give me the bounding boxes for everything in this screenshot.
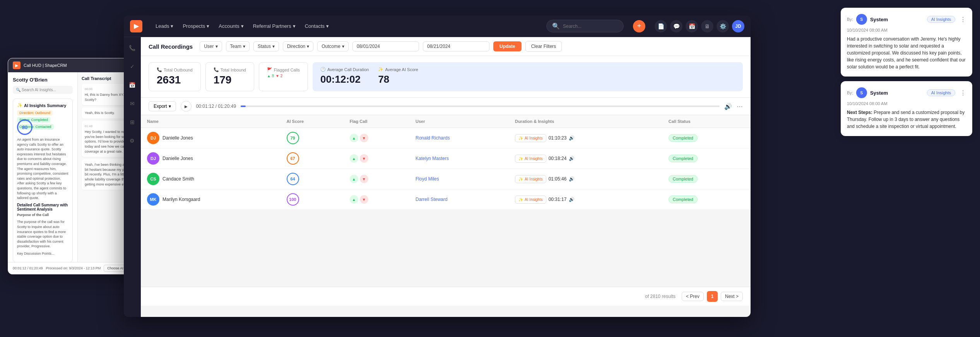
contact-name-0: Danielle Jones [162, 135, 193, 141]
small-crm-purpose-text: The purpose of the call was for Scotty t… [17, 220, 68, 249]
clear-filters-button[interactable]: Clear Filters [525, 41, 562, 52]
audio-progress-bar[interactable] [241, 106, 720, 107]
sound-icon-2[interactable]: 🔊 [569, 176, 575, 182]
call-status-3: Completed [669, 196, 698, 203]
sound-icon-0[interactable]: 🔊 [569, 135, 575, 141]
volume-icon[interactable]: 🔊 [724, 103, 732, 110]
flag-up-btn-2[interactable]: ▲ [350, 175, 358, 183]
nav-prospects[interactable]: Prospects ▾ [179, 21, 213, 31]
direction-filter[interactable]: Direction ▾ [283, 41, 313, 51]
small-crm-search: 🔍 Search AI Insights... [13, 86, 73, 94]
sound-icon-3[interactable]: 🔊 [569, 197, 575, 202]
col-status: Call Status [662, 115, 751, 128]
flag-up-btn-0[interactable]: ▲ [350, 134, 358, 142]
flag-down-btn-2[interactable]: ▼ [360, 175, 368, 183]
date-start-input[interactable] [352, 41, 419, 51]
date-end-input[interactable] [423, 41, 489, 51]
insights-panel: By: S System AI Insights ⋮ 10/10/2024 08… [841, 8, 972, 136]
team-filter[interactable]: Team ▾ [226, 41, 250, 51]
insight-card-1: By: S System AI Insights ⋮ 10/10/2024 08… [841, 8, 972, 77]
prev-page-button[interactable]: < Prev [682, 292, 704, 301]
sidebar-mail-icon[interactable]: ✉ [126, 97, 139, 110]
call-status-0: Completed [669, 134, 698, 142]
system-avatar-1: S [856, 14, 867, 25]
sidebar-check-icon[interactable]: ✓ [126, 60, 139, 73]
update-button[interactable]: Update [493, 41, 522, 51]
call-status-1: Completed [669, 155, 698, 162]
more-options-1[interactable]: ⋮ [960, 16, 966, 23]
flag-up-btn-3[interactable]: ▲ [350, 195, 358, 204]
user-filter[interactable]: User ▾ [200, 41, 222, 51]
flagged-calls-card: 🚩 Flagged Calls ▲ 8 ▼ 2 [259, 62, 308, 91]
current-page[interactable]: 1 [707, 291, 718, 302]
chat-icon[interactable]: 💬 [670, 20, 682, 32]
user-cell-3: Darrell Steward [416, 197, 503, 202]
calendar-icon[interactable]: 📅 [686, 20, 698, 32]
nav-referral-partners[interactable]: Referral Partners ▾ [249, 21, 299, 31]
ai-score-icon: ✨ [378, 67, 383, 72]
play-button[interactable]: ▶ [181, 101, 192, 112]
flag-down-btn-1[interactable]: ▼ [360, 154, 368, 163]
next-page-button[interactable]: Next > [721, 292, 743, 301]
by-label-2: By: [847, 90, 853, 95]
user-link-3[interactable]: Darrell Steward [416, 197, 448, 202]
insights-btn-3[interactable]: ✨ AI Insights [515, 196, 546, 204]
status-filter[interactable]: Status ▾ [253, 41, 279, 51]
small-crm-contact-name: Scotty O'Brien [13, 77, 73, 83]
flag-up-btn-1[interactable]: ▲ [350, 154, 358, 163]
total-outbound-value: 2631 [157, 74, 193, 86]
nav-contacts[interactable]: Contacts ▾ [301, 21, 333, 31]
contact-avatar-2: CS [147, 173, 159, 185]
insights-btn-2[interactable]: ✨ AI Insights [515, 175, 546, 183]
table-row: MK Marilyn Korsgaard 100 ▲ ▼ Darrell Ste… [141, 189, 751, 210]
sidebar: 📞 ✓ 📅 ✉ ⊞ ⚙ [124, 37, 141, 317]
global-search[interactable]: 🔍 [546, 20, 624, 32]
by-label-1: By: [847, 17, 853, 22]
ai-badge-1[interactable]: AI Insights [927, 16, 955, 23]
user-link-1[interactable]: Katelyn Masters [416, 156, 449, 161]
main-content-area: Call Recordings User ▾ Team ▾ Status ▾ D… [141, 37, 751, 317]
sidebar-grid-icon[interactable]: ⊞ [126, 116, 139, 128]
export-button[interactable]: Export ▾ [149, 101, 176, 111]
more-options-2[interactable]: ⋮ [960, 89, 966, 97]
contact-cell-2: CS Candace Smith [147, 173, 274, 185]
nav-accounts[interactable]: Accounts ▾ [215, 21, 247, 31]
small-crm-section-title: Detailed Call Summary with Sentiment Ana… [17, 203, 68, 211]
contact-avatar-1: DJ [147, 152, 159, 165]
flag-down-count: ▼ 2 [275, 74, 282, 78]
insights-btn-0[interactable]: ✨ AI Insights [515, 134, 546, 142]
small-crm-ai-title: ✨ AI Insights Summary [17, 103, 68, 108]
top-navigation: ▶ Leads ▾ Prospects ▾ Accounts ▾ Referra… [124, 15, 751, 37]
contact-name-1: Danielle Jones [162, 156, 193, 161]
sidebar-calendar-icon[interactable]: 📅 [126, 79, 139, 91]
audio-player-bar: Export ▾ ▶ 00:01:12 / 01:20:49 🔊 ⋯ [141, 98, 751, 115]
pagination-bar: of 2810 results < Prev 1 Next > [141, 287, 751, 306]
more-options-icon[interactable]: ⋯ [737, 103, 743, 110]
settings-icon[interactable]: ⚙️ [717, 20, 729, 32]
user-avatar[interactable]: JD [732, 20, 744, 32]
nav-leads[interactable]: Leads ▾ [152, 21, 177, 31]
user-link-2[interactable]: Floyd Miles [416, 176, 439, 182]
duration-text-3: 00:31:17 [549, 197, 567, 202]
small-crm-body-text: An agent from an insurance agency calls … [17, 137, 68, 201]
footer-processed: Processed on: 9/3/2024 - 12:13 PM [46, 266, 101, 270]
flag-down-btn-3[interactable]: ▼ [360, 195, 368, 204]
sidebar-calls-icon[interactable]: 📞 [126, 42, 139, 54]
col-score: AI Score [280, 115, 344, 128]
outcome-filter[interactable]: Outcome ▾ [317, 41, 349, 51]
document-icon[interactable]: 📄 [655, 20, 667, 32]
sound-icon-1[interactable]: 🔊 [569, 156, 575, 161]
call-status-2: Completed [669, 175, 698, 183]
ai-score-0: 79 [287, 132, 299, 144]
search-input[interactable] [563, 24, 618, 29]
add-button[interactable]: + [633, 20, 645, 32]
monitor-icon[interactable]: 🖥 [701, 20, 713, 32]
col-duration: Duration & Insights [509, 115, 662, 128]
ai-badge-2[interactable]: AI Insights [927, 89, 955, 96]
flag-down-btn-0[interactable]: ▼ [360, 134, 368, 142]
sidebar-settings-icon[interactable]: ⚙ [126, 134, 139, 147]
small-crm-more-text: Key Discussion Points... [17, 251, 68, 256]
insights-btn-1[interactable]: ✨ AI Insights [515, 155, 546, 163]
app-logo[interactable]: ▶ [130, 20, 142, 32]
user-link-0[interactable]: Ronald Richards [416, 135, 450, 141]
